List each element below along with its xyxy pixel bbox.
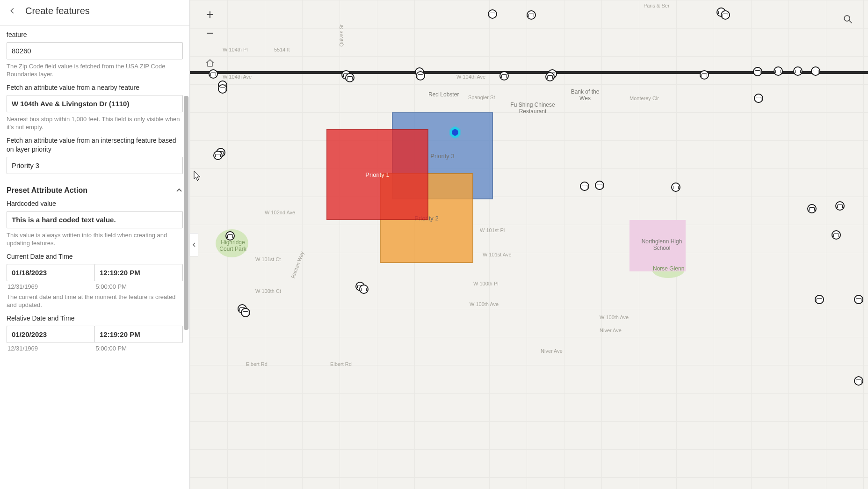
street-label: W 104th Ave xyxy=(223,74,252,80)
bus-stop-marker[interactable] xyxy=(671,182,680,192)
poi-label: Bank of the Wes xyxy=(569,89,601,102)
nearby-label: Fetch an attribute value from a nearby f… xyxy=(7,83,183,92)
street-label: W 104th Pl xyxy=(223,47,248,52)
street-label: W 101st Ct xyxy=(255,256,281,262)
priority-input[interactable] xyxy=(7,157,183,174)
poi-label: Fu Shing Chinese Restaurant xyxy=(507,102,558,115)
bus-stop-marker[interactable] xyxy=(595,181,604,190)
street-label: W 101st Ave xyxy=(483,252,512,257)
map-search-button[interactable] xyxy=(840,11,856,27)
street-label: W 100th Ave xyxy=(470,301,499,307)
street-label: Niver Ave xyxy=(541,348,563,354)
street-label: W 100th Ct xyxy=(255,288,281,294)
poi-label: Norse Glenn xyxy=(653,266,684,272)
street-label: Niver Ave xyxy=(600,328,622,333)
current-time-input[interactable] xyxy=(94,264,183,281)
svg-line-1 xyxy=(849,21,852,23)
street-label: Quivas St xyxy=(339,24,344,47)
bus-stop-marker[interactable] xyxy=(499,71,509,80)
zoom-out-button[interactable]: − xyxy=(202,25,218,41)
chevron-up-icon xyxy=(175,187,183,194)
major-road xyxy=(190,71,868,74)
bus-stop-marker[interactable] xyxy=(815,295,824,304)
poi-label: Highridge Court Park xyxy=(214,240,252,253)
hard-help: This value is always written into this f… xyxy=(7,231,183,248)
street-label: W 100th Pl xyxy=(473,281,499,286)
bus-stop-marker[interactable] xyxy=(416,71,425,80)
poi-label: Red Lobster xyxy=(428,92,459,98)
street-label: Elbert Rd xyxy=(330,361,352,367)
relative-date-input[interactable] xyxy=(7,326,94,343)
current-min-date: 12/31/1969 xyxy=(7,283,95,290)
cursor-icon xyxy=(194,171,201,181)
nearby-help: Nearest bus stop within 1,000 feet. This… xyxy=(7,115,183,131)
bus-stop-marker[interactable] xyxy=(754,94,763,103)
street-label: Monterey Cir xyxy=(629,95,659,101)
bus-stop-marker[interactable] xyxy=(345,73,354,82)
svg-point-0 xyxy=(844,15,850,21)
hard-input[interactable] xyxy=(7,211,183,228)
bus-stop-marker[interactable] xyxy=(700,70,709,80)
relative-min-date: 12/31/1969 xyxy=(7,345,95,352)
nearby-input[interactable] xyxy=(7,95,183,112)
bus-stop-marker[interactable] xyxy=(854,376,863,386)
bus-stop-marker[interactable] xyxy=(807,204,817,213)
zip-help: The Zip Code field value is fetched from… xyxy=(7,62,183,79)
bus-stop-marker[interactable] xyxy=(832,230,841,240)
bus-stop-marker[interactable] xyxy=(545,72,555,81)
current-min-time: 5:00:00 PM xyxy=(95,283,183,290)
zip-input[interactable] xyxy=(7,42,183,59)
bus-stop-marker[interactable] xyxy=(225,231,235,241)
poi-label: Northglenn High School xyxy=(641,239,683,252)
street-label: W 100th Ave xyxy=(600,314,629,320)
relative-label: Relative Date and Time xyxy=(7,314,183,323)
relative-min-time: 5:00:00 PM xyxy=(95,345,183,352)
location-marker xyxy=(450,127,460,138)
bus-stop-marker[interactable] xyxy=(580,182,589,191)
street-label: Paris & Ser xyxy=(644,3,670,8)
panel-header: Create features xyxy=(0,0,189,26)
bus-stop-marker[interactable] xyxy=(488,9,497,19)
feature-label: Priority 3 xyxy=(430,153,454,160)
zip-label: feature xyxy=(7,30,183,39)
current-date-input[interactable] xyxy=(7,264,94,281)
scalebar: 5514 ft xyxy=(274,47,290,52)
street-label: Spangler St xyxy=(468,95,495,100)
collapse-panel-tab[interactable] xyxy=(190,233,198,256)
priority-1-feature[interactable]: Priority 1 xyxy=(326,129,428,220)
bus-stop-marker[interactable] xyxy=(213,151,223,160)
bus-stop-marker[interactable] xyxy=(854,295,863,304)
street-label: W 101st Pl xyxy=(480,227,505,233)
street-label: W 104th Ave xyxy=(456,74,485,80)
scrollbar-thumb[interactable] xyxy=(184,96,188,330)
panel-scroll-area[interactable]: feature The Zip Code field value is fetc… xyxy=(0,26,189,489)
hard-label: Hardcoded value xyxy=(7,199,183,208)
priority-label: Fetch an attribute value from an interse… xyxy=(7,136,183,154)
bus-stop-marker[interactable] xyxy=(793,66,803,76)
current-help: The current date and time at the moment … xyxy=(7,293,183,309)
panel-title: Create features xyxy=(25,6,90,16)
preset-section-title: Preset Attribute Action xyxy=(7,186,87,195)
bus-stop-marker[interactable] xyxy=(527,10,536,20)
bus-stop-marker[interactable] xyxy=(721,10,730,20)
bus-stop-marker[interactable] xyxy=(774,66,783,76)
create-features-panel: Create features feature The Zip Code fie… xyxy=(0,0,190,489)
home-button[interactable] xyxy=(202,55,218,71)
relative-time-input[interactable] xyxy=(94,326,183,343)
current-label: Current Date and Time xyxy=(7,252,183,261)
bus-stop-marker[interactable] xyxy=(359,285,369,294)
bus-stop-marker[interactable] xyxy=(835,201,845,211)
back-button[interactable] xyxy=(7,5,19,17)
preset-section-header[interactable]: Preset Attribute Action xyxy=(7,186,183,195)
zoom-in-button[interactable]: + xyxy=(202,7,218,22)
bus-stop-marker[interactable] xyxy=(811,66,820,76)
street-label: Elbert Rd xyxy=(246,361,268,367)
map-controls: + − xyxy=(202,7,218,71)
street-label: W 102nd Ave xyxy=(265,210,295,215)
map-view[interactable]: W 104th Pl 5514 ft W 104th Ave W 104th A… xyxy=(190,0,868,489)
bus-stop-marker[interactable] xyxy=(753,67,762,76)
bus-stop-marker[interactable] xyxy=(241,308,250,317)
bus-stop-marker[interactable] xyxy=(218,84,227,94)
feature-label: Priority 1 xyxy=(365,171,389,178)
